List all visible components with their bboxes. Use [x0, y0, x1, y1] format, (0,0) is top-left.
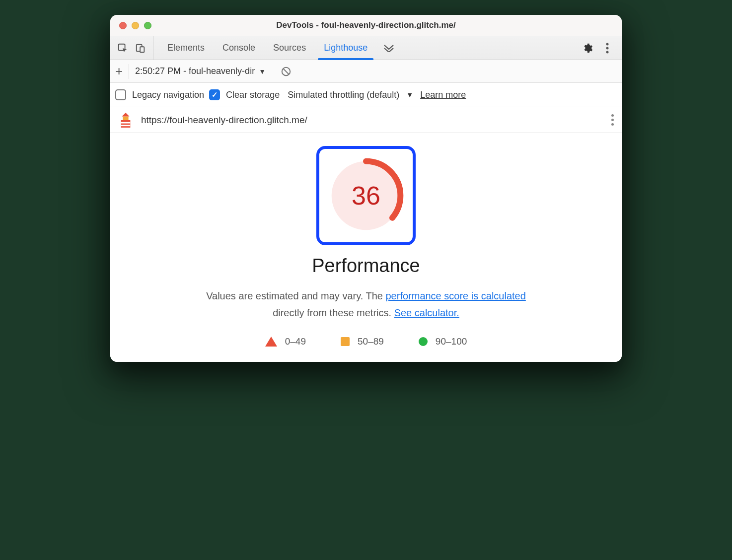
dropdown-caret-icon: ▼ — [406, 91, 413, 99]
device-toggle-icon[interactable] — [135, 43, 146, 54]
legend-label: 90–100 — [436, 336, 467, 347]
svg-point-3 — [606, 43, 609, 45]
kebab-menu-icon[interactable] — [602, 43, 613, 54]
desc-text: Values are estimated and may vary. The — [206, 290, 385, 301]
tab-console[interactable]: Console — [214, 36, 264, 60]
tab-label: Elements — [167, 43, 205, 53]
tabs-overflow-icon[interactable] — [376, 36, 401, 60]
svg-marker-12 — [122, 113, 130, 117]
checkbox-unchecked-icon[interactable] — [115, 89, 126, 100]
tab-elements[interactable]: Elements — [158, 36, 214, 60]
legacy-navigation-option[interactable]: Legacy navigation — [115, 89, 204, 100]
window-title: DevTools - foul-heavenly-direction.glitc… — [110, 20, 622, 30]
checkbox-checked-icon[interactable] — [209, 89, 220, 100]
performance-gauge[interactable]: 36 — [326, 156, 406, 235]
legend-label: 0–49 — [285, 336, 306, 347]
score-highlight-box: 36 — [316, 146, 416, 245]
report-dropdown-label: 2:50:27 PM - foul-heavenly-dir — [135, 66, 255, 76]
score-legend: 0–49 50–89 90–100 — [125, 336, 607, 347]
tab-label: Lighthouse — [324, 43, 367, 53]
report-menu-icon[interactable] — [611, 114, 614, 126]
circle-icon — [419, 337, 428, 346]
traffic-lights — [110, 22, 151, 29]
settings-gear-icon[interactable] — [582, 43, 593, 54]
tab-lighthouse[interactable]: Lighthouse — [315, 36, 376, 60]
legend-fail: 0–49 — [265, 336, 306, 347]
dropdown-caret-icon: ▼ — [259, 68, 266, 75]
svg-line-7 — [283, 69, 289, 74]
legend-label: 50–89 — [358, 336, 384, 347]
learn-more-link[interactable]: Learn more — [420, 90, 466, 100]
svg-rect-9 — [121, 122, 131, 123]
square-icon — [341, 337, 350, 346]
tab-list: Elements Console Sources Lighthouse — [153, 36, 573, 60]
tab-label: Console — [222, 43, 255, 53]
performance-score: 36 — [326, 156, 406, 235]
see-calculator-link[interactable]: See calculator. — [394, 307, 459, 318]
lighthouse-logo-icon — [118, 113, 133, 128]
tabbar-left — [110, 36, 153, 60]
clear-icon[interactable] — [281, 66, 292, 77]
new-report-button[interactable]: + — [114, 64, 129, 79]
option-label: Clear storage — [226, 90, 280, 100]
legend-pass: 90–100 — [419, 336, 467, 347]
performance-description: Values are estimated and may vary. The p… — [125, 287, 607, 321]
titlebar: DevTools - foul-heavenly-direction.glitc… — [110, 15, 622, 36]
desc-text: directly from these metrics. — [273, 307, 394, 318]
svg-rect-2 — [140, 47, 144, 52]
performance-title: Performance — [125, 255, 607, 277]
minimize-window-button[interactable] — [132, 22, 139, 29]
close-window-button[interactable] — [119, 22, 127, 29]
throttling-label: Simulated throttling (default) — [288, 90, 399, 100]
option-label: Legacy navigation — [132, 90, 204, 100]
report-content: 36 Performance Values are estimated and … — [110, 133, 622, 362]
report-url: https://foul-heavenly-direction.glitch.m… — [141, 115, 603, 126]
zoom-window-button[interactable] — [144, 22, 151, 29]
tabbar-right — [573, 36, 622, 60]
devtools-window: DevTools - foul-heavenly-direction.glitc… — [110, 15, 622, 362]
tab-sources[interactable]: Sources — [264, 36, 315, 60]
main-tabbar: Elements Console Sources Lighthouse — [110, 36, 622, 60]
clear-storage-option[interactable]: Clear storage — [209, 89, 280, 100]
lighthouse-options: Legacy navigation Clear storage Simulate… — [110, 83, 622, 107]
svg-point-4 — [606, 47, 609, 49]
throttling-dropdown[interactable]: Simulated throttling (default) ▼ — [288, 90, 413, 100]
tab-label: Sources — [273, 43, 306, 53]
triangle-icon — [265, 337, 277, 347]
score-calc-link[interactable]: performance score is calculated — [385, 290, 525, 301]
legend-average: 50–89 — [341, 336, 384, 347]
lighthouse-toolbar: + 2:50:27 PM - foul-heavenly-dir ▼ — [110, 60, 622, 83]
inspect-element-icon[interactable] — [117, 43, 128, 54]
report-dropdown[interactable]: 2:50:27 PM - foul-heavenly-dir ▼ — [135, 66, 270, 76]
svg-point-5 — [606, 51, 609, 53]
svg-rect-8 — [121, 120, 131, 128]
svg-rect-10 — [121, 125, 131, 126]
report-header: https://foul-heavenly-direction.glitch.m… — [110, 107, 622, 133]
svg-rect-11 — [123, 116, 128, 120]
